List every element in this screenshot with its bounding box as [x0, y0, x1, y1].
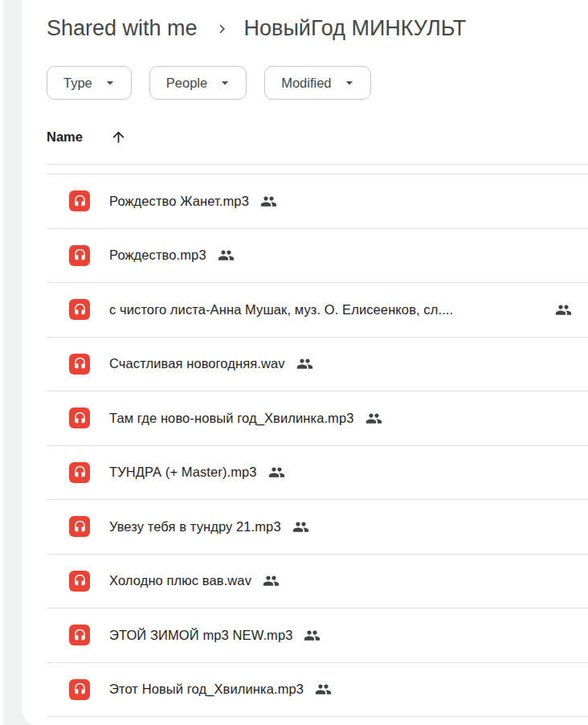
- name-column-label: Name: [47, 129, 83, 145]
- file-row[interactable]: Холодно плюс вав.wav: [47, 555, 588, 609]
- people-icon: [555, 301, 572, 318]
- shared-indicator: [218, 247, 235, 264]
- partially-scrolled-row: [47, 165, 588, 174]
- headset-icon: [73, 248, 87, 262]
- headset-icon: [73, 682, 87, 696]
- file-name: Рождество Жанет.mp3: [109, 194, 249, 209]
- shared-indicator: [365, 410, 382, 427]
- headset-icon: [73, 412, 87, 425]
- file-row[interactable]: с чистого листа-Анна Мушак, муз. О. Елис…: [47, 283, 588, 338]
- people-icon: [304, 627, 321, 644]
- audio-file-icon: [69, 571, 90, 592]
- type-filter-chip[interactable]: Type: [47, 66, 132, 100]
- shared-indicator: [260, 193, 277, 210]
- shared-indicator: [292, 518, 309, 535]
- people-icon: [260, 193, 277, 210]
- shared-indicator: [268, 464, 285, 481]
- file-row[interactable]: Этот Новый год_Хвилинка.mp3: [47, 663, 588, 718]
- headset-icon: [73, 303, 87, 317]
- file-row[interactable]: ЭТОЙ ЗИМОЙ mp3 NEW.mp3: [47, 608, 588, 663]
- chevron-right-icon: [214, 20, 231, 38]
- headset-icon: [73, 357, 87, 371]
- dropdown-caret-icon: [102, 75, 118, 91]
- shared-indicator: [296, 355, 313, 372]
- file-name: с чистого листа-Анна Мушак, муз. О. Елис…: [109, 302, 453, 317]
- people-icon: [263, 572, 280, 589]
- audio-file-icon: [69, 625, 90, 645]
- modified-filter-label: Modified: [281, 76, 331, 91]
- breadcrumb-shared-with-me[interactable]: Shared with me: [47, 15, 198, 41]
- audio-file-icon: [69, 516, 90, 537]
- file-row[interactable]: Там где ново-новый год_Хвилинка.mp3: [47, 391, 588, 446]
- audio-file-icon: [69, 245, 90, 266]
- headset-icon: [73, 520, 87, 534]
- file-row[interactable]: Увезу тебя в тундру 21.mp3: [47, 500, 588, 555]
- file-name: ТУНДРА (+ Master).mp3: [109, 465, 257, 480]
- file-name: Там где ново-новый год_Хвилинка.mp3: [109, 411, 354, 426]
- file-row[interactable]: Счастливая новогодняя.wav: [47, 338, 588, 392]
- name-column-header[interactable]: Name: [47, 129, 588, 165]
- file-name: Счастливая новогодняя.wav: [109, 356, 285, 371]
- audio-file-icon: [69, 299, 90, 320]
- drive-content-panel: Shared with me НовыйГод МИНКУЛЬТ Type Pe…: [22, 0, 588, 725]
- people-icon: [365, 410, 382, 427]
- people-icon: [268, 464, 285, 481]
- audio-file-icon: [69, 462, 90, 483]
- modified-filter-chip[interactable]: Modified: [264, 66, 370, 100]
- window-left-edge: [0, 0, 3, 725]
- file-name: ЭТОЙ ЗИМОЙ mp3 NEW.mp3: [109, 628, 292, 643]
- people-icon: [292, 518, 309, 535]
- dropdown-caret-icon: [217, 75, 233, 91]
- file-name: Этот Новый год_Хвилинка.mp3: [109, 682, 304, 697]
- headset-icon: [73, 465, 87, 479]
- arrow-up-icon: [110, 129, 127, 145]
- shared-indicator: [304, 627, 321, 644]
- shared-indicator: [555, 301, 572, 318]
- people-filter-label: People: [166, 76, 207, 91]
- file-row[interactable]: Рождество Жанет.mp3: [47, 174, 588, 229]
- type-filter-label: Type: [63, 76, 92, 91]
- shared-indicator: [263, 572, 280, 589]
- people-icon: [315, 681, 332, 698]
- people-icon: [218, 247, 235, 264]
- file-name: Холодно плюс вав.wav: [109, 573, 251, 588]
- breadcrumb-current-folder[interactable]: НовыйГод МИНКУЛЬТ: [244, 15, 467, 41]
- shared-indicator: [315, 681, 332, 698]
- breadcrumb: Shared with me НовыйГод МИНКУЛЬТ: [47, 0, 588, 47]
- audio-file-icon: [69, 679, 90, 700]
- audio-file-icon: [69, 190, 90, 211]
- people-icon: [296, 355, 313, 372]
- file-row[interactable]: Рождество.mp3: [47, 229, 588, 284]
- file-name: Рождество.mp3: [109, 248, 206, 263]
- audio-file-icon: [69, 354, 90, 375]
- file-list: Рождество Жанет.mp3 Рождество.mp3 с чист…: [47, 174, 588, 717]
- file-name: Увезу тебя в тундру 21.mp3: [109, 519, 281, 535]
- dropdown-caret-icon: [341, 75, 357, 91]
- file-row[interactable]: ТУНДРА (+ Master).mp3: [47, 446, 588, 501]
- headset-icon: [73, 195, 87, 208]
- headset-icon: [73, 629, 87, 642]
- headset-icon: [73, 574, 87, 588]
- filter-chip-bar: Type People Modified: [47, 66, 588, 101]
- people-filter-chip[interactable]: People: [149, 66, 247, 100]
- audio-file-icon: [69, 408, 90, 428]
